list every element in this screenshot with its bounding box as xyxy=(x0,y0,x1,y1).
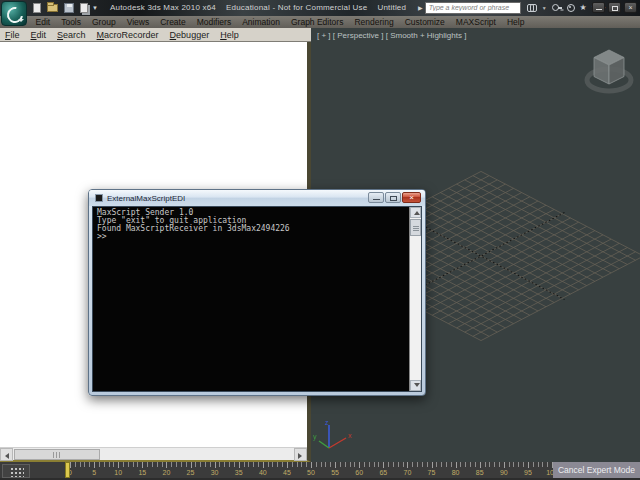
timeline-tick xyxy=(489,462,490,467)
scrollbar-thumb[interactable] xyxy=(14,449,100,460)
menu-maxscript[interactable]: MAXScript xyxy=(450,17,501,27)
scroll-right-arrow-icon[interactable] xyxy=(294,448,307,461)
scroll-left-arrow-icon[interactable] xyxy=(0,448,13,461)
timeline-tick xyxy=(272,462,273,467)
timeline-tick-label: 80 xyxy=(452,469,460,476)
scroll-up-arrow-icon[interactable] xyxy=(410,207,421,218)
menu-views[interactable]: Views xyxy=(121,17,155,27)
document-stack-icon[interactable] xyxy=(80,3,88,13)
cancel-expert-mode-button[interactable]: Cancel Expert Mode xyxy=(553,462,640,478)
timeline-tick xyxy=(451,462,452,467)
timeline-tick-label: 65 xyxy=(379,469,387,476)
timeline-tick xyxy=(374,462,375,467)
timeline-tick xyxy=(123,462,124,467)
external-maxscript-console-window[interactable]: ExternalMaxScriptEDI × MaxScript Sender … xyxy=(88,189,426,396)
console-close-button[interactable]: × xyxy=(402,192,421,203)
window-controls: × xyxy=(592,2,637,13)
world-axis-tripod: z x y xyxy=(313,418,365,460)
infocenter-search-input[interactable] xyxy=(425,2,521,14)
timeline-tick xyxy=(229,462,230,467)
quick-access-toolbar: ▼ xyxy=(33,2,98,14)
timeline-tick xyxy=(364,462,365,467)
minimize-button[interactable] xyxy=(592,2,605,13)
close-button[interactable]: × xyxy=(624,2,637,13)
timeline-tick xyxy=(354,462,355,467)
console-vertical-scrollbar[interactable] xyxy=(409,207,421,391)
timeline-tick xyxy=(330,462,331,467)
editor-horizontal-scrollbar[interactable] xyxy=(0,447,307,460)
timeline-tick xyxy=(268,462,269,467)
timeline-tick xyxy=(542,462,543,467)
new-document-icon[interactable] xyxy=(33,3,41,13)
timeline-tick xyxy=(504,462,505,468)
timeline-tick xyxy=(166,462,167,468)
editor-menu-edit[interactable]: Edit xyxy=(31,30,54,40)
viewport-label[interactable]: [ + ] [ Perspective ] [ Smooth + Highlig… xyxy=(317,31,466,40)
timeline-tick xyxy=(393,462,394,467)
timeline-tick xyxy=(224,462,225,467)
timeline-tick xyxy=(84,462,85,467)
console-title: ExternalMaxScriptEDI xyxy=(107,194,185,203)
menu-customize[interactable]: Customize xyxy=(399,17,450,27)
search-binoculars-icon[interactable] xyxy=(527,4,537,11)
communication-center-icon[interactable] xyxy=(567,4,575,12)
scroll-down-arrow-icon[interactable] xyxy=(410,380,421,391)
timeline-tick xyxy=(480,462,481,468)
console-minimize-button[interactable] xyxy=(368,192,384,203)
menu-modifiers[interactable]: Modifiers xyxy=(191,17,236,27)
menu-edit[interactable]: Edit xyxy=(30,17,56,27)
timeline-tick xyxy=(239,462,240,468)
timeline-tick xyxy=(186,462,187,467)
editor-menu-file[interactable]: File xyxy=(5,30,27,40)
timeline-tick xyxy=(253,462,254,467)
editor-menu-search[interactable]: Search xyxy=(57,30,93,40)
timeline-tick xyxy=(297,462,298,467)
window-title: Autodesk 3ds Max 2010 x64Educational - N… xyxy=(110,3,416,12)
timeline-tick xyxy=(470,462,471,467)
3dsmax-logo-button[interactable] xyxy=(1,1,27,26)
timeline-tick xyxy=(152,462,153,467)
chevron-down-icon[interactable]: ▼ xyxy=(542,5,547,11)
chevron-down-icon[interactable]: ▼ xyxy=(92,5,98,11)
timeline-tick xyxy=(321,462,322,467)
timeline-tick-label: 75 xyxy=(428,469,436,476)
timeline-tick xyxy=(142,462,143,468)
menu-create[interactable]: Create xyxy=(155,17,192,27)
menu-graph-editors[interactable]: Graph Editors xyxy=(285,17,348,27)
timeline-ruler[interactable]: 0510152025303540455055606570758085909510… xyxy=(0,462,640,478)
console-titlebar[interactable]: ExternalMaxScriptEDI × xyxy=(89,190,425,206)
axis-x-label: x xyxy=(348,432,352,439)
timeline-tick xyxy=(523,462,524,467)
timeline-tick xyxy=(282,462,283,467)
subscription-key-icon[interactable] xyxy=(552,3,562,12)
timeline-tick xyxy=(485,462,486,467)
timeline-tick-label: 90 xyxy=(500,469,508,476)
editor-menu-debugger[interactable]: Debugger xyxy=(170,30,217,40)
menu-help[interactable]: Help xyxy=(501,17,529,27)
open-folder-icon[interactable] xyxy=(47,4,58,12)
favorites-star-icon[interactable]: ★ xyxy=(580,3,587,13)
timeline-tick xyxy=(340,462,341,467)
editor-menu-help[interactable]: Help xyxy=(220,30,246,40)
timeline-tick xyxy=(292,462,293,467)
menu-tools[interactable]: Tools xyxy=(56,17,87,27)
infocenter-expand-icon[interactable]: ▶ xyxy=(418,4,423,11)
timeline-tick xyxy=(533,462,534,467)
3dsmax-application-window: ▼ Autodesk 3ds Max 2010 x64Educational -… xyxy=(0,0,640,480)
viewcube[interactable] xyxy=(580,40,638,102)
timeline-tick xyxy=(200,462,201,467)
scrollbar-thumb[interactable] xyxy=(410,219,421,236)
timeline-tick xyxy=(460,462,461,467)
timeline-tick xyxy=(89,462,90,467)
console-maximize-button[interactable] xyxy=(385,192,401,203)
editor-menu-macrorecorder[interactable]: MacroRecorder xyxy=(97,30,166,40)
timeline-tick-label: 25 xyxy=(187,469,195,476)
menu-group[interactable]: Group xyxy=(87,17,122,27)
menu-animation[interactable]: Animation xyxy=(237,17,286,27)
menu-rendering[interactable]: Rendering xyxy=(349,17,399,27)
time-slider-marker[interactable] xyxy=(65,462,70,478)
timeline-tick-label: 95 xyxy=(524,469,532,476)
save-icon[interactable] xyxy=(64,3,74,13)
timeline-tick xyxy=(398,462,399,467)
restore-button[interactable] xyxy=(608,2,621,13)
